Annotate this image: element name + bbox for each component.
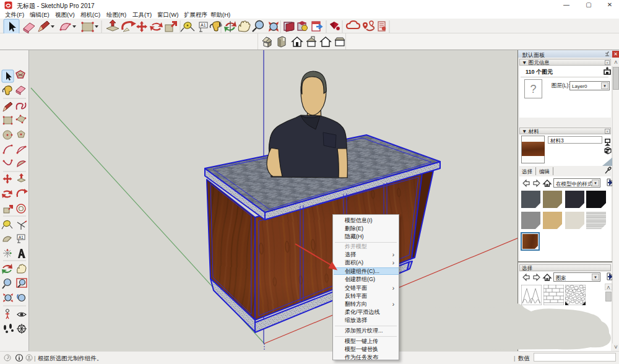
svg-text:A1: A1 xyxy=(19,235,24,240)
svg-text:A1: A1 xyxy=(201,23,206,27)
